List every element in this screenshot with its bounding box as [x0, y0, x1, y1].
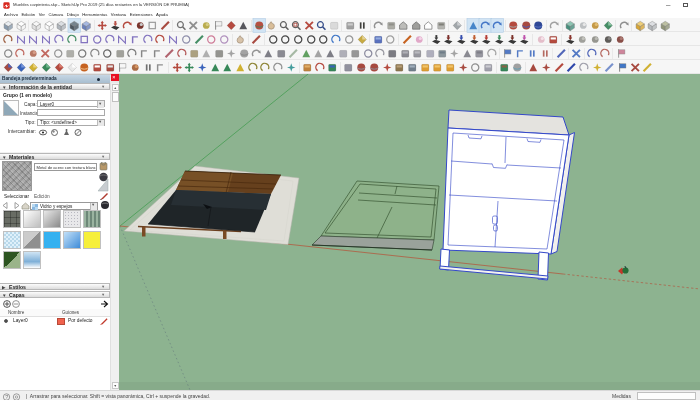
- svg-text:?: ?: [5, 394, 8, 400]
